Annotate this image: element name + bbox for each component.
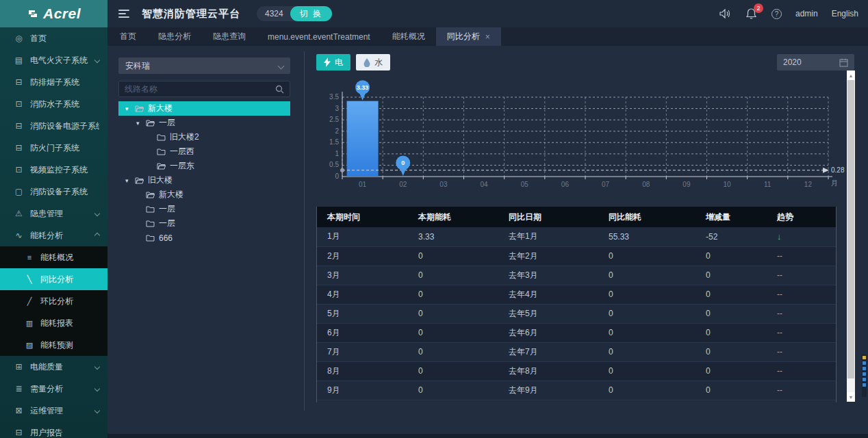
- chevron-down-icon: [94, 211, 100, 216]
- sidebar-item-10[interactable]: ∿能耗分析: [0, 224, 107, 246]
- sidebar-subitem-label: 能耗概况: [40, 252, 73, 263]
- user-menu[interactable]: admin: [795, 9, 818, 18]
- folder-icon: ▢: [14, 187, 24, 196]
- sidebar-item-label: 防排烟子系统: [30, 77, 99, 88]
- tab-2[interactable]: 隐患分析: [147, 27, 202, 46]
- sidebar-item-12[interactable]: ≣需量分析: [0, 378, 107, 400]
- sidebar-item-11[interactable]: ⊞电能质量: [0, 356, 107, 378]
- table-row[interactable]: 9月0去年9月00--: [317, 381, 837, 400]
- page-scrollbar-thumb[interactable]: [862, 355, 867, 397]
- tree-expand-caret-icon[interactable]: ▾: [136, 120, 142, 127]
- tree-node-5[interactable]: 一层东: [118, 159, 290, 173]
- svg-text:3.33: 3.33: [357, 84, 369, 91]
- tab-label: 隐患查询: [213, 31, 246, 42]
- table-cell: 2月: [317, 246, 408, 266]
- svg-text:02: 02: [399, 181, 407, 188]
- trend-down-arrow-icon: ↓: [767, 227, 837, 246]
- forecast-icon: ▨: [25, 341, 34, 350]
- notification-bell-icon[interactable]: 2: [745, 8, 758, 20]
- tree-node-label: 新大楼: [148, 103, 173, 114]
- table-row[interactable]: 3月0去年3月00--: [317, 266, 837, 285]
- scrollbar-thumb[interactable]: [847, 80, 854, 378]
- folder-closed-icon: [157, 133, 166, 141]
- column-header: 增减量: [695, 207, 767, 227]
- ops-icon: ⊠: [14, 406, 24, 415]
- tree-node-1[interactable]: ▾新大楼: [118, 101, 290, 116]
- table-cell: 去年3月: [498, 266, 598, 285]
- svg-text:3: 3: [335, 105, 339, 112]
- sidebar-item-6[interactable]: ⊟防火门子系统: [0, 137, 107, 159]
- table-row[interactable]: 8月0去年8月00--: [317, 361, 837, 381]
- sidebar-item-1[interactable]: ◎首页: [0, 27, 107, 49]
- folder-open-icon: [135, 177, 144, 184]
- sidebar-item-label: 需量分析: [30, 383, 92, 395]
- language-switch[interactable]: English: [832, 9, 858, 18]
- tree-node-9[interactable]: 一层: [118, 216, 290, 231]
- svg-text:月: 月: [831, 179, 838, 187]
- water-toggle-button[interactable]: 水: [356, 54, 390, 70]
- sidebar-item-13[interactable]: ⊠运维管理: [0, 400, 107, 422]
- tab-4[interactable]: menu.event.eventTreatment: [257, 27, 381, 46]
- table-cell: 0: [695, 323, 767, 342]
- search-icon[interactable]: [275, 85, 284, 94]
- sidebar-subitem-1[interactable]: ≡能耗概况: [0, 246, 107, 268]
- line-search-input[interactable]: [125, 84, 275, 94]
- svg-text:3.5: 3.5: [329, 93, 339, 101]
- electric-toggle-button[interactable]: 电: [316, 54, 350, 70]
- sidebar-subitem-5[interactable]: ▨能耗预测: [0, 334, 107, 356]
- folder-closed-icon: [146, 205, 155, 213]
- tree-node-8[interactable]: 一层: [118, 202, 290, 216]
- project-badge: 4324 切 换: [257, 6, 332, 21]
- menu-collapse-icon[interactable]: [118, 10, 129, 18]
- company-dropdown[interactable]: 安科瑞: [118, 57, 290, 74]
- svg-text:0: 0: [401, 159, 405, 166]
- sidebar-item-9[interactable]: ⚠隐患管理: [0, 203, 107, 224]
- table-row[interactable]: 1月3.33去年1月55.33-52↓: [317, 227, 837, 246]
- tree-node-6[interactable]: ▾旧大楼: [118, 173, 290, 188]
- broadcast-icon[interactable]: [719, 8, 732, 20]
- tree-node-label: 一层西: [170, 146, 194, 157]
- tree-node-2[interactable]: ▾一层: [118, 116, 290, 130]
- scroll-up-arrow-icon[interactable]: ▲: [847, 70, 855, 80]
- table-row[interactable]: 5月0去年5月00--: [317, 304, 837, 323]
- table-row[interactable]: 4月0去年4月00--: [317, 285, 837, 304]
- table-row[interactable]: 7月0去年7月00--: [317, 342, 837, 361]
- help-icon[interactable]: ?: [771, 9, 782, 19]
- sidebar-subitem-label: 能耗预测: [40, 339, 73, 351]
- tree-node-10[interactable]: 666: [118, 231, 290, 245]
- tree-node-4[interactable]: 一层西: [118, 144, 290, 159]
- tree-node-7[interactable]: 新大楼: [118, 188, 290, 202]
- sidebar-subitem-3[interactable]: ╱环比分析: [0, 290, 107, 312]
- tree-node-label: 一层: [159, 203, 175, 215]
- sidebar-item-7[interactable]: ⊡视频监控子系统: [0, 159, 107, 181]
- sidebar-subitem-2[interactable]: ╲同比分析: [0, 268, 107, 290]
- tab-5[interactable]: 能耗概况: [381, 27, 436, 46]
- table-row[interactable]: 6月0去年6月00--: [317, 323, 837, 342]
- sidebar-item-5[interactable]: ⊟消防设备电源子系统: [0, 115, 107, 137]
- sidebar-item-3[interactable]: ⊟防排烟子系统: [0, 71, 107, 93]
- tree-expand-caret-icon[interactable]: ▾: [125, 177, 131, 184]
- sidebar-item-14[interactable]: ⊟用户报告: [0, 422, 107, 438]
- trend-down-icon: ╲: [25, 275, 34, 284]
- scroll-down-arrow-icon[interactable]: ▼: [847, 392, 855, 402]
- tab-1[interactable]: 首页: [109, 27, 147, 46]
- tab-6[interactable]: 同比分析×: [436, 27, 501, 46]
- tab-3[interactable]: 隐患查询: [202, 27, 257, 46]
- tree-expand-caret-icon[interactable]: ▾: [125, 105, 131, 112]
- svg-text:08: 08: [642, 181, 650, 188]
- sidebar-item-2[interactable]: ▤电气火灾子系统: [0, 49, 107, 71]
- tab-close-icon[interactable]: ×: [485, 32, 490, 42]
- sidebar-item-8[interactable]: ▢消防设备子系统: [0, 181, 107, 203]
- year-picker[interactable]: 2020: [777, 54, 854, 70]
- switch-button[interactable]: 切 换: [290, 6, 332, 21]
- table-cell: 0: [598, 285, 695, 304]
- sidebar-item-4[interactable]: ⊡消防水子系统: [0, 93, 107, 115]
- video-icon: ⊡: [14, 99, 24, 109]
- tab-label: 隐患分析: [158, 31, 191, 42]
- sidebar-subitem-4[interactable]: ▥能耗报表: [0, 312, 107, 334]
- table-body: 1月3.33去年1月55.33-52↓2月0去年2月00--3月0去年3月00-…: [317, 227, 837, 400]
- tree-node-label: 一层: [159, 117, 175, 129]
- tree-node-3[interactable]: 旧大楼2: [118, 130, 290, 144]
- table-row[interactable]: 2月0去年2月00--: [317, 246, 837, 266]
- content-scrollbar[interactable]: ▲ ▼: [847, 70, 855, 402]
